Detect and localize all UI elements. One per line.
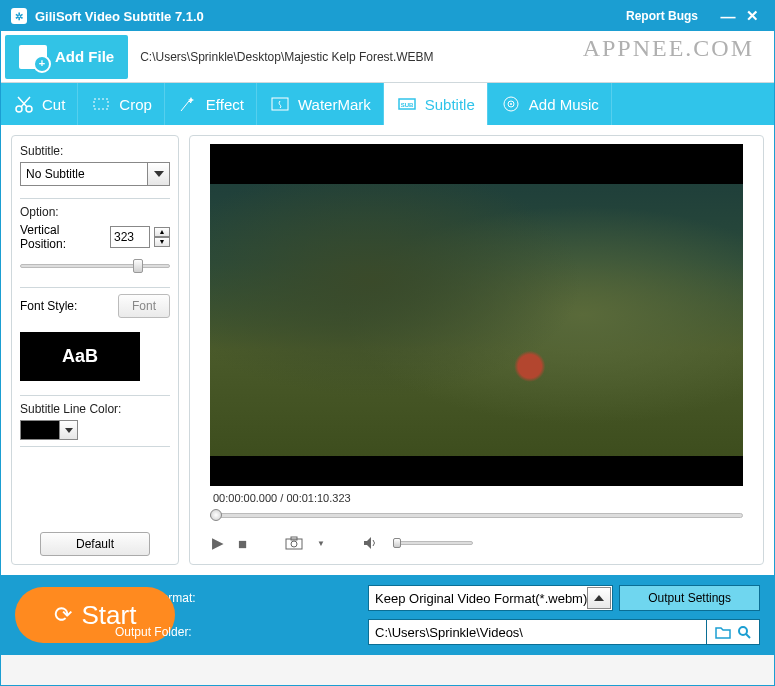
watermark-text: APPNEE.COM bbox=[583, 35, 754, 62]
output-format-value: Keep Original Video Format(*.webm) bbox=[375, 591, 587, 606]
play-button[interactable]: ▶ bbox=[212, 534, 224, 552]
spinner-up-icon[interactable]: ▲ bbox=[154, 227, 170, 237]
watermark-icon bbox=[269, 93, 291, 115]
video-preview-panel: 00:00:00.000 / 00:01:10.323 ▶ ■ ▼ bbox=[189, 135, 764, 565]
font-preview: AaB bbox=[20, 332, 140, 381]
workspace: Subtitle: No Subtitle Option: Vertical P… bbox=[1, 125, 774, 575]
crop-icon bbox=[90, 93, 112, 115]
vertical-position-spinner[interactable]: ▲ ▼ bbox=[154, 227, 170, 247]
snapshot-dropdown[interactable]: ▼ bbox=[317, 539, 325, 548]
font-style-label: Font Style: bbox=[20, 299, 114, 313]
video-frame bbox=[210, 144, 743, 486]
color-swatch bbox=[20, 420, 60, 440]
tab-effect[interactable]: Effect bbox=[165, 83, 257, 125]
output-folder-input[interactable]: C:\Users\Sprinkle\Videos\ bbox=[368, 619, 707, 645]
tab-crop[interactable]: Crop bbox=[78, 83, 165, 125]
default-button[interactable]: Default bbox=[40, 532, 150, 556]
footer: Output Format: Keep Original Video Forma… bbox=[1, 575, 774, 655]
tabstrip: Cut Crop Effect WaterMark SUB Subtitle A… bbox=[1, 83, 774, 125]
chevron-up-icon bbox=[587, 587, 611, 609]
subtitle-dropdown[interactable]: No Subtitle bbox=[20, 162, 170, 186]
app-icon: ✲ bbox=[11, 8, 27, 24]
refresh-icon: ⟳ bbox=[54, 602, 72, 628]
subtitle-dropdown-value: No Subtitle bbox=[21, 167, 147, 181]
video-thumbnail bbox=[210, 144, 743, 486]
svg-text:SUB: SUB bbox=[400, 102, 413, 108]
svg-point-11 bbox=[291, 541, 297, 547]
volume-slider[interactable] bbox=[393, 537, 473, 549]
add-file-button[interactable]: Add File bbox=[5, 35, 128, 79]
svg-point-8 bbox=[510, 103, 512, 105]
stop-button[interactable]: ■ bbox=[238, 535, 247, 552]
subtitle-side-panel: Subtitle: No Subtitle Option: Vertical P… bbox=[11, 135, 179, 565]
output-settings-button[interactable]: Output Settings bbox=[619, 585, 760, 611]
minimize-button[interactable]: — bbox=[716, 8, 740, 25]
vertical-position-slider[interactable] bbox=[20, 257, 170, 275]
effect-icon bbox=[177, 93, 199, 115]
close-button[interactable]: ✕ bbox=[740, 7, 764, 25]
current-file-path: C:\Users\Sprinkle\Desktop\Majestic Kelp … bbox=[132, 50, 433, 64]
tab-add-music[interactable]: Add Music bbox=[488, 83, 612, 125]
seek-slider[interactable] bbox=[210, 506, 743, 524]
music-icon bbox=[500, 93, 522, 115]
scissors-icon bbox=[13, 93, 35, 115]
svg-point-12 bbox=[739, 627, 747, 635]
svg-rect-2 bbox=[94, 99, 108, 109]
vertical-position-label: Vertical Position: bbox=[20, 223, 106, 251]
option-label: Option: bbox=[20, 205, 170, 219]
timecode: 00:00:00.000 / 00:01:10.323 bbox=[210, 486, 743, 506]
folder-icon[interactable] bbox=[715, 626, 731, 639]
tab-subtitle[interactable]: SUB Subtitle bbox=[384, 83, 488, 125]
output-folder-label: Output Folder: bbox=[115, 625, 358, 639]
toolbar: Add File C:\Users\Sprinkle\Desktop\Majes… bbox=[1, 31, 774, 83]
add-file-label: Add File bbox=[55, 48, 114, 65]
tab-watermark[interactable]: WaterMark bbox=[257, 83, 384, 125]
spinner-down-icon[interactable]: ▼ bbox=[154, 237, 170, 247]
subtitle-icon: SUB bbox=[396, 93, 418, 115]
subtitle-label: Subtitle: bbox=[20, 144, 170, 158]
volume-icon[interactable] bbox=[363, 536, 379, 550]
font-button[interactable]: Font bbox=[118, 294, 170, 318]
line-color-picker[interactable] bbox=[20, 420, 170, 440]
add-file-icon bbox=[19, 45, 47, 69]
output-format-dropdown[interactable]: Keep Original Video Format(*.webm) bbox=[368, 585, 613, 611]
vertical-position-input[interactable] bbox=[110, 226, 150, 248]
app-title: GiliSoft Video Subtitle 7.1.0 bbox=[35, 9, 204, 24]
titlebar: ✲ GiliSoft Video Subtitle 7.1.0 Report B… bbox=[1, 1, 774, 31]
search-icon[interactable] bbox=[737, 625, 751, 639]
snapshot-button[interactable] bbox=[285, 536, 303, 550]
output-folder-value: C:\Users\Sprinkle\Videos\ bbox=[375, 625, 523, 640]
playback-controls: ▶ ■ ▼ bbox=[210, 530, 743, 556]
line-color-label: Subtitle Line Color: bbox=[20, 402, 170, 416]
chevron-down-icon bbox=[60, 420, 78, 440]
tab-cut[interactable]: Cut bbox=[1, 83, 78, 125]
report-bugs-link[interactable]: Report Bugs bbox=[626, 9, 698, 23]
chevron-down-icon bbox=[147, 163, 169, 185]
